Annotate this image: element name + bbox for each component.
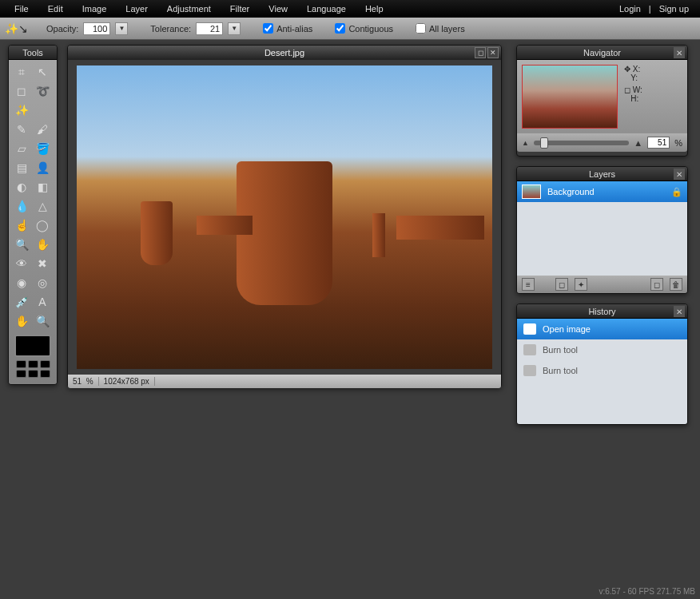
tool-wand[interactable]: ✨	[12, 101, 31, 119]
navigator-info: ✥ X: Y: ◻ W: H:	[624, 65, 642, 129]
tool-blur[interactable]: 💧	[12, 197, 31, 215]
menu-image[interactable]: Image	[73, 1, 117, 17]
microswatch[interactable]	[28, 370, 38, 378]
tool-brush[interactable]: 🖌	[33, 121, 52, 138]
opacity-input[interactable]: 100	[83, 22, 110, 35]
menu-language[interactable]: Language	[297, 1, 356, 17]
tool-dodge[interactable]: 🔍	[12, 236, 31, 253]
history-panel: History✕ Open imageBurn toolBurn tool	[516, 303, 688, 425]
history-label: Burn tool	[543, 345, 578, 355]
navigator-panel: Navigator✕ ✥ X: Y: ◻ W: H: ▲ ▲ 51 %	[516, 45, 688, 157]
tool-gradient[interactable]: ▤	[12, 159, 31, 177]
foreground-color-swatch[interactable]	[14, 335, 51, 357]
tool-burn[interactable]: ✋	[33, 236, 52, 253]
microswatch[interactable]	[40, 360, 50, 368]
new-layer-button[interactable]: ◻	[650, 278, 663, 291]
menu-edit[interactable]: Edit	[38, 1, 73, 17]
signup-link[interactable]: Sign up	[653, 1, 695, 17]
tool-type[interactable]: A	[33, 293, 52, 311]
tool-crop[interactable]: ⌗	[12, 63, 31, 81]
zoom-in-icon[interactable]: ▲	[634, 138, 642, 148]
tool-sponge[interactable]: ◯	[33, 216, 52, 234]
tool-blank1[interactable]	[33, 101, 52, 119]
document-title: Desert.jpg	[264, 48, 304, 58]
contiguous-checkbox[interactable]	[335, 23, 345, 34]
tolerance-input[interactable]: 21	[196, 22, 223, 35]
footer-status: v:6.57 - 60 FPS 271.75 MB	[599, 587, 695, 596]
tool-redeye[interactable]: 👁	[12, 255, 31, 272]
opacity-label: Opacity:	[46, 24, 78, 34]
menu-sep: |	[647, 1, 653, 17]
navigator-close-button[interactable]: ✕	[674, 47, 685, 58]
menu-filter[interactable]: Filter	[221, 1, 259, 17]
document-canvas-area[interactable]	[68, 60, 501, 375]
tool-pencil[interactable]: ✎	[12, 121, 31, 138]
menu-adjustment[interactable]: Adjustment	[157, 1, 221, 17]
history-title: History	[588, 307, 615, 316]
document-title-bar[interactable]: Desert.jpg ◻ ✕	[68, 46, 501, 60]
tool-clone[interactable]: 👤	[33, 159, 52, 177]
microswatch[interactable]	[28, 360, 38, 368]
menu-file[interactable]: File	[5, 1, 38, 17]
history-item[interactable]: Open image	[517, 319, 687, 339]
microswatch[interactable]	[16, 370, 26, 378]
tool-bucket[interactable]: 🪣	[33, 140, 52, 157]
history-label: Burn tool	[543, 366, 578, 375]
layer-name: Background	[547, 187, 595, 196]
history-close-button[interactable]: ✕	[674, 306, 685, 317]
opacity-dropdown[interactable]: ▼	[115, 22, 128, 35]
tool-move[interactable]: ↖	[33, 63, 52, 81]
tool-marquee[interactable]: ◻	[12, 82, 31, 100]
history-icon	[523, 365, 536, 376]
layer-lock-icon[interactable]: 🔒	[671, 187, 682, 197]
navigator-thumbnail[interactable]	[522, 65, 618, 129]
layers-close-button[interactable]: ✕	[674, 169, 685, 180]
menu-layer[interactable]: Layer	[116, 1, 157, 17]
tool-eraser[interactable]: ▱	[12, 140, 31, 157]
menubar: FileEditImageLayerAdjustmentFilterViewLa…	[0, 0, 700, 18]
options-bar: ✨↘ Opacity: 100 ▼ Tolerance: 21 ▼ Anti-a…	[0, 18, 700, 40]
tool-zoom[interactable]: 🔍	[33, 312, 52, 330]
tool-smudge[interactable]: ☝	[12, 216, 31, 234]
layer-style-button[interactable]: ✦	[575, 278, 587, 291]
tool-lasso[interactable]: ➰	[33, 82, 52, 100]
tolerance-dropdown[interactable]: ▼	[228, 22, 241, 35]
canvas-image[interactable]	[77, 65, 492, 369]
microswatch[interactable]	[40, 370, 50, 378]
tool-pinch[interactable]: ◎	[33, 274, 52, 292]
delete-layer-button[interactable]: 🗑	[670, 278, 682, 291]
zoom-out-icon[interactable]: ▲	[522, 139, 529, 147]
document-window: Desert.jpg ◻ ✕ 51 % 1024x768 px	[67, 45, 502, 388]
zoom-input[interactable]: 51	[647, 137, 670, 149]
history-item[interactable]: Burn tool	[517, 360, 687, 381]
alllayers-checkbox[interactable]	[416, 23, 426, 34]
contiguous-label: Contiguous	[348, 24, 393, 34]
history-label: Open image	[543, 324, 591, 334]
tool-draw[interactable]: ◧	[33, 178, 52, 196]
tool-bloat[interactable]: ◉	[12, 274, 31, 292]
menu-view[interactable]: View	[259, 1, 297, 17]
layer-thumbnail	[522, 184, 541, 199]
antialias-checkbox[interactable]	[263, 23, 273, 34]
tool-spot[interactable]: ✖	[33, 255, 52, 272]
tools-panel-title: Tools	[9, 46, 57, 60]
zoom-slider[interactable]	[534, 141, 629, 145]
doc-close-button[interactable]: ✕	[487, 47, 499, 58]
microswatch[interactable]	[16, 360, 26, 368]
history-icon	[523, 323, 536, 335]
layer-settings-button[interactable]: ≡	[522, 278, 535, 291]
history-item[interactable]: Burn tool	[517, 339, 687, 360]
wand-tool-icon: ✨↘	[8, 21, 24, 37]
tool-picker[interactable]: 💉	[12, 293, 31, 311]
layer-row[interactable]: Background🔒	[517, 181, 687, 202]
alllayers-label: All layers	[429, 24, 465, 34]
antialias-label: Anti-alias	[276, 24, 312, 34]
tool-sharpen[interactable]: △	[33, 197, 52, 215]
login-link[interactable]: Login	[613, 1, 647, 17]
tool-hand[interactable]: ✋	[12, 312, 31, 330]
tool-replace[interactable]: ◐	[12, 178, 31, 196]
doc-maximize-button[interactable]: ◻	[475, 47, 486, 58]
layer-mask-button[interactable]: ◻	[555, 278, 568, 291]
zoom-unit: %	[674, 138, 682, 148]
menu-help[interactable]: Help	[356, 1, 393, 17]
